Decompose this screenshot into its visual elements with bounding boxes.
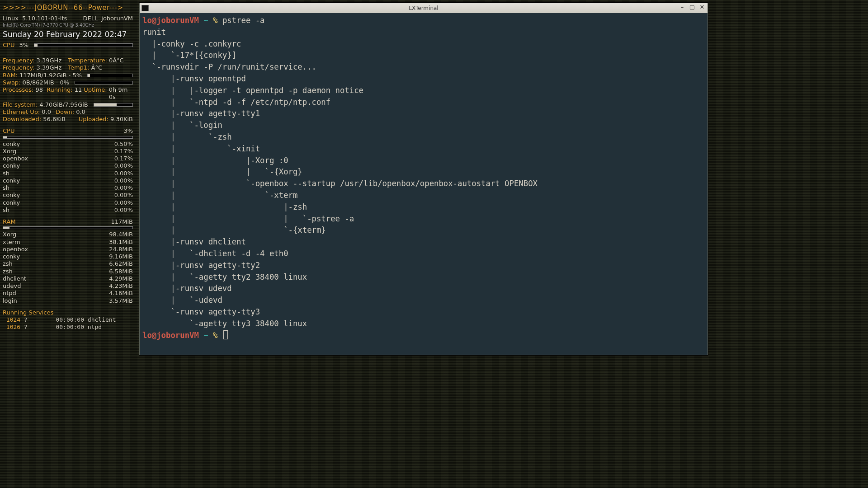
ram-process-row: xterm38.1MiB [3, 239, 133, 246]
maximize-button[interactable]: ▢ [689, 4, 696, 11]
cpu-process-row: conky0.00% [3, 192, 133, 199]
ram-process-row: udevd4.23MiB [3, 282, 133, 290]
ram-process-row: ntpd4.16MiB [3, 290, 133, 297]
prompt-path: ~ [203, 16, 208, 25]
cpu-section-bar [3, 136, 133, 139]
window-title: LXTerminal [140, 5, 708, 11]
cpu-process-row: sh0.00% [3, 184, 133, 192]
terminal-icon [142, 5, 149, 11]
cpu-process-row: conky0.00% [3, 199, 133, 206]
cpu-process-row: conky0.50% [3, 141, 133, 148]
services-list: 1024 ? 00:00:00 dhclient 1026 ? 00:00:00… [3, 316, 133, 331]
fs-bar [94, 103, 133, 107]
ram-bar [87, 74, 133, 77]
cpu-process-row: conky0.00% [3, 177, 133, 184]
ram-section-bar [3, 226, 133, 229]
service-row: 1026 ? 00:00:00 ntpd [3, 324, 133, 331]
cpu-process-list: conky0.50%Xorg0.17%openbox0.17%conky0.00… [3, 141, 133, 214]
conky-panel: >>>>---JOBORUN--66--Power---> Linux 5.10… [3, 4, 133, 331]
pstree-output: runit |-conky -c .conkyrc | `-17*[{conky… [142, 28, 538, 328]
cpu-process-row: openbox0.17% [3, 155, 133, 162]
eth-row: Ethernet Up: 0.0 Down: 0.0 [3, 108, 133, 116]
ram-process-row: login3.57MiB [3, 297, 133, 305]
ram-process-list: Xorg98.4MiBxterm38.1MiBopenbox24.8MiBcon… [3, 231, 133, 305]
proc-uptime-row: Processes: 98 Running: 11 Uptime: 0h 9m … [3, 86, 133, 101]
ram-process-row: zsh6.62MiB [3, 260, 133, 267]
datetime: Sunday 20 February 2022 02:47 [3, 30, 133, 39]
ram-process-row: dhclient4.29MiB [3, 275, 133, 282]
service-row: 1024 ? 00:00:00 dhclient [3, 316, 133, 324]
netio-row: Downloaded: 56.6KiB Uploaded: 9.30KiB [3, 116, 133, 123]
window-titlebar[interactable]: LXTerminal – ▢ ✕ [140, 3, 708, 13]
ram-process-row: zsh6.58MiB [3, 268, 133, 275]
cpu-process-row: sh0.00% [3, 170, 133, 177]
ram-process-row: openbox24.8MiB [3, 246, 133, 253]
prompt-user: lo@joborunVM [142, 16, 199, 25]
freq-temp-row: Frequency: 3.39GHz Temperature: 0Â°C [3, 57, 133, 64]
terminal-body[interactable]: lo@joborunVM ~ % pstree -a runit |-conky… [140, 13, 708, 355]
ram-process-row: Xorg98.4MiB [3, 231, 133, 238]
swap-row: Swap: 0B/862MiB - 0% [3, 79, 133, 86]
cpu-process-row: sh0.00% [3, 206, 133, 214]
kernel-line: Linux 5.10.101-01-lts DELL joborunVM [3, 15, 133, 22]
services-header: Running Services [3, 309, 133, 316]
freq-temp1-row: Frequency: 3.39GHz Temp1: Â°C [3, 64, 133, 71]
cpu-usage-bar [34, 43, 133, 47]
close-button[interactable]: ✕ [698, 4, 706, 11]
ram-section-header: RAM 117MiB [3, 218, 133, 225]
terminal-window[interactable]: LXTerminal – ▢ ✕ lo@joborunVM ~ % pstree… [139, 3, 708, 355]
cpu-model-line: Intel(R) Core(TM) i7-3770 CPU @ 3.40GHz [3, 23, 133, 28]
cpu-section-header: CPU 3% [3, 127, 133, 135]
fs-row: File system: 4.70GiB/7.95GiB [3, 101, 133, 108]
prompt-symbol: % [213, 16, 217, 25]
swap-bar [75, 81, 133, 84]
cpu-usage-row: CPU 3% [3, 42, 133, 49]
minimize-button[interactable]: – [679, 4, 686, 11]
cpu-process-row: conky0.00% [3, 162, 133, 169]
ram-process-row: conky9.16MiB [3, 253, 133, 260]
conky-title: >>>>---JOBORUN--66--Power---> [3, 4, 133, 12]
cpu-process-row: Xorg0.17% [3, 148, 133, 155]
command-text: pstree -a [222, 16, 265, 25]
cursor [223, 330, 228, 339]
ram-row: RAM: 117MiB/1.92GiB - 5% [3, 72, 133, 79]
